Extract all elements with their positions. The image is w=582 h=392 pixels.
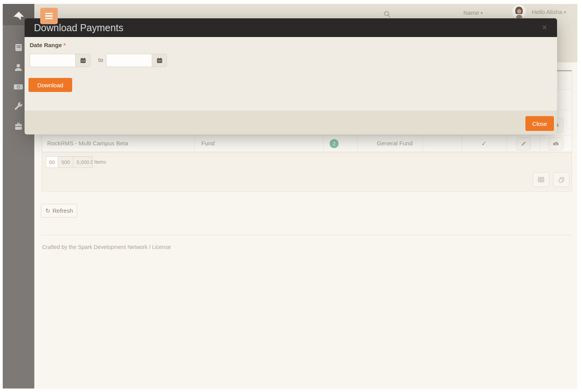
search-type-dropdown[interactable]: Name▾ bbox=[463, 9, 483, 16]
cloud-download-icon bbox=[553, 141, 559, 147]
refresh-icon: ↻ bbox=[45, 207, 50, 214]
sidebar-item-toolbox[interactable] bbox=[13, 120, 24, 131]
toolbox-icon bbox=[14, 121, 23, 131]
rock-arrow-icon bbox=[11, 7, 27, 23]
search-input[interactable] bbox=[383, 11, 391, 18]
page-size-selector: 50 500 5,000 bbox=[46, 156, 92, 168]
sidebar-item-people[interactable] bbox=[13, 62, 24, 73]
chevron-down-icon: ▾ bbox=[564, 10, 566, 14]
pencil-icon bbox=[521, 141, 526, 147]
book-icon bbox=[14, 43, 23, 52]
end-date-input[interactable] bbox=[106, 54, 152, 67]
modal-body: Date Range* to Download bbox=[25, 37, 557, 111]
wrench-icon bbox=[14, 102, 23, 111]
modal-header: Download Payments × bbox=[25, 18, 557, 37]
refresh-label: Refresh bbox=[53, 207, 73, 214]
required-marker: * bbox=[64, 42, 66, 48]
page-size-50[interactable]: 50 bbox=[46, 156, 58, 168]
close-button[interactable]: Close bbox=[525, 116, 554, 131]
refresh-button[interactable]: ↻ Refresh bbox=[41, 204, 77, 217]
grid-merge-button[interactable] bbox=[553, 172, 570, 187]
date-range-label: Date Range* bbox=[30, 42, 66, 48]
status-badge: 2 bbox=[330, 139, 339, 148]
avatar[interactable] bbox=[512, 5, 526, 18]
table-icon bbox=[538, 177, 544, 182]
download-row-button[interactable] bbox=[548, 137, 563, 150]
to-label: to bbox=[95, 57, 106, 63]
copy-icon bbox=[559, 177, 564, 183]
sidebar-item-finance[interactable] bbox=[13, 81, 24, 92]
calendar-icon bbox=[80, 57, 86, 64]
calendar-icon bbox=[156, 57, 163, 64]
sidebar-item-book[interactable] bbox=[13, 42, 24, 53]
sidebar-item-tools[interactable] bbox=[13, 101, 24, 112]
grid-footer: 50 500 5,000 2 Items bbox=[42, 152, 571, 191]
modal-close-icon[interactable]: × bbox=[542, 18, 547, 36]
start-date-input[interactable] bbox=[30, 54, 75, 67]
person-icon bbox=[14, 63, 23, 72]
grid-export-button[interactable] bbox=[533, 172, 549, 187]
search-type-label: Name bbox=[463, 9, 479, 16]
search-icon bbox=[383, 11, 391, 18]
gateway-name-cell: RockRMS - Multi Campus Beta bbox=[47, 140, 128, 147]
menu-toggle-button[interactable] bbox=[40, 8, 58, 24]
edit-button[interactable] bbox=[516, 137, 531, 150]
money-icon bbox=[13, 82, 23, 92]
items-count: 2 Items bbox=[90, 159, 106, 165]
user-menu[interactable]: Hello Alisha▾ bbox=[532, 9, 566, 15]
avatar-photo bbox=[512, 5, 526, 18]
greeting-label: Hello Alisha bbox=[532, 9, 562, 15]
fund-cell: General Fund bbox=[377, 140, 413, 147]
site-footer: Crafted by the Spark Development Network… bbox=[42, 244, 171, 250]
active-check-icon: ✓ bbox=[481, 140, 486, 147]
start-date-group bbox=[30, 54, 90, 67]
start-date-calendar-button[interactable] bbox=[75, 54, 90, 67]
page-size-500[interactable]: 500 bbox=[58, 156, 73, 168]
table-row: RockRMS - Multi Campus Beta Fund General… bbox=[42, 136, 571, 152]
hamburger-icon bbox=[45, 13, 53, 14]
license-link[interactable]: License bbox=[152, 244, 171, 250]
download-payments-modal: Download Payments × Date Range* to Downl… bbox=[25, 18, 557, 134]
end-date-group bbox=[106, 54, 167, 67]
modal-footer: Close bbox=[25, 111, 557, 134]
download-button[interactable]: Download bbox=[28, 78, 72, 92]
end-date-calendar-button[interactable] bbox=[152, 54, 167, 67]
type-cell: Fund bbox=[201, 140, 215, 147]
chevron-down-icon: ▾ bbox=[481, 11, 483, 15]
footer-divider bbox=[42, 235, 572, 235]
footer-credit-text: Crafted by the Spark Development Network… bbox=[42, 244, 152, 250]
